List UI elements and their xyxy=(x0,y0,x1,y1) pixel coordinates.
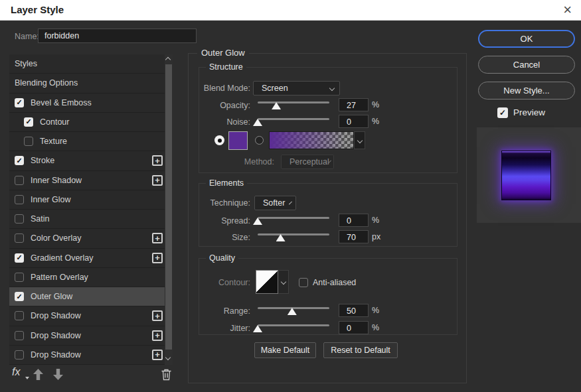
sidebar-item-outer-glow[interactable]: ✓ Outer Glow xyxy=(9,287,165,306)
contour-picker[interactable] xyxy=(256,270,289,294)
opacity-label: Opacity: xyxy=(188,101,250,110)
sidebar-item-satin[interactable]: Satin xyxy=(9,210,165,229)
sidebar-item-drop-shadow-3[interactable]: Drop Shadow + xyxy=(9,346,165,365)
checkbox-unchecked[interactable] xyxy=(24,137,33,146)
range-value[interactable]: 50 xyxy=(339,304,369,317)
gradient-radio-unselected[interactable] xyxy=(255,136,264,145)
sidebar-item-inner-shadow[interactable]: Inner Shadow + xyxy=(9,171,165,190)
contour-dropdown-button[interactable] xyxy=(278,270,289,294)
sidebar-item-drop-shadow-1[interactable]: Drop Shadow + xyxy=(9,306,165,326)
blend-mode-label: Blend Mode: xyxy=(188,84,250,93)
move-effect-down-button[interactable] xyxy=(53,369,63,382)
checkbox-unchecked[interactable] xyxy=(15,350,24,359)
scroll-down-icon[interactable] xyxy=(165,355,171,360)
opacity-value[interactable]: 27 xyxy=(339,98,369,111)
checkbox-checked[interactable]: ✓ xyxy=(15,156,24,165)
range-slider[interactable] xyxy=(258,304,329,315)
chevron-down-icon xyxy=(329,86,335,91)
size-slider[interactable] xyxy=(258,231,329,241)
add-effect-button[interactable]: + xyxy=(152,155,163,166)
sidebar-item-styles[interactable]: Styles xyxy=(9,54,165,74)
sidebar-item-label: Texture xyxy=(40,137,67,146)
technique-select[interactable]: Softer xyxy=(254,196,296,210)
glow-color-swatch[interactable] xyxy=(228,131,248,150)
sidebar-item-texture[interactable]: Texture xyxy=(9,132,165,151)
sidebar-item-label: Drop Shadow xyxy=(31,350,81,359)
gradient-preview-bar[interactable] xyxy=(269,131,354,149)
checkbox-unchecked[interactable] xyxy=(15,233,24,243)
sidebar-item-drop-shadow-2[interactable]: Drop Shadow + xyxy=(9,326,165,346)
gradient-picker-button[interactable] xyxy=(354,131,365,149)
preview-checkbox[interactable]: ✓ xyxy=(497,107,508,118)
technique-label: Technique: xyxy=(188,198,250,208)
add-effect-button[interactable]: + xyxy=(152,350,163,360)
opacity-slider[interactable] xyxy=(258,99,329,109)
jitter-slider[interactable] xyxy=(258,322,329,332)
move-effect-up-button[interactable] xyxy=(33,369,43,382)
noise-value[interactable]: 0 xyxy=(339,115,369,128)
sidebar-item-contour[interactable]: ✓ Contour xyxy=(9,113,165,132)
antialiased-checkbox[interactable] xyxy=(299,278,308,287)
jitter-label: Jitter: xyxy=(188,324,250,333)
delete-effect-button[interactable] xyxy=(161,368,172,383)
chevron-down-icon xyxy=(280,279,286,285)
add-effect-button[interactable]: + xyxy=(152,175,163,186)
noise-slider[interactable] xyxy=(258,115,329,126)
color-radio-selected[interactable] xyxy=(214,135,224,145)
sidebar-item-color-overlay[interactable]: Color Overlay + xyxy=(9,229,165,248)
sidebar-item-label: Inner Shadow xyxy=(31,176,82,185)
sidebar-item-label: Bevel & Emboss xyxy=(31,98,92,107)
sidebar-item-stroke[interactable]: ✓ Stroke + xyxy=(9,151,165,170)
sidebar-item-bevel-emboss[interactable]: ✓ Bevel & Emboss xyxy=(9,94,165,113)
blend-mode-select[interactable]: Screen xyxy=(253,81,340,96)
spread-value[interactable]: 0 xyxy=(339,214,369,227)
checkbox-checked[interactable]: ✓ xyxy=(15,253,24,263)
add-effect-button[interactable]: + xyxy=(152,330,163,341)
add-effect-button[interactable]: + xyxy=(152,310,163,321)
check-icon: ✓ xyxy=(16,254,22,261)
plus-icon: + xyxy=(155,157,160,165)
jitter-value[interactable]: 0 xyxy=(339,321,369,334)
slider-track xyxy=(258,118,329,120)
slider-track xyxy=(258,307,329,309)
sidebar-item-gradient-overlay[interactable]: ✓ Gradient Overlay + xyxy=(9,249,165,268)
chevron-down-icon xyxy=(289,202,292,205)
checkbox-unchecked[interactable] xyxy=(15,176,24,185)
checkbox-checked[interactable]: ✓ xyxy=(15,98,24,107)
add-effect-button[interactable]: + xyxy=(152,233,163,243)
checkbox-unchecked[interactable] xyxy=(15,311,24,320)
sidebar-item-label: Drop Shadow xyxy=(31,331,81,340)
arrow-up-icon xyxy=(33,369,43,380)
cancel-button[interactable]: Cancel xyxy=(478,56,575,74)
layer-style-preview-thumbnail xyxy=(501,151,551,200)
add-effect-button[interactable]: + xyxy=(152,253,163,263)
checkbox-unchecked[interactable] xyxy=(15,273,24,282)
checkbox-unchecked[interactable] xyxy=(15,195,24,204)
spread-slider[interactable] xyxy=(258,214,329,225)
name-input[interactable] xyxy=(38,29,197,43)
reset-to-default-button[interactable]: Reset to Default xyxy=(323,342,398,358)
plus-icon: + xyxy=(155,234,160,243)
styles-list-scrollbar[interactable] xyxy=(165,54,173,365)
sidebar-item-inner-glow[interactable]: Inner Glow xyxy=(9,190,165,210)
close-icon[interactable]: × xyxy=(563,1,572,19)
checkbox-unchecked[interactable] xyxy=(15,214,24,224)
size-value[interactable]: 70 xyxy=(339,230,369,243)
checkbox-checked[interactable]: ✓ xyxy=(15,292,24,301)
method-select[interactable]: Perceptual xyxy=(281,155,334,169)
contour-thumbnail[interactable] xyxy=(256,270,278,294)
noise-unit: % xyxy=(372,117,379,126)
checkbox-unchecked[interactable] xyxy=(15,331,24,340)
fx-menu-button[interactable]: fx xyxy=(12,366,20,378)
ok-button[interactable]: OK xyxy=(478,30,575,48)
new-style-button[interactable]: New Style... xyxy=(478,82,575,99)
noise-label: Noise: xyxy=(188,117,250,127)
sidebar-item-label: Blending Options xyxy=(15,78,78,88)
checkbox-checked[interactable]: ✓ xyxy=(24,117,33,127)
scrollbar-thumb[interactable] xyxy=(165,64,172,350)
scroll-up-icon[interactable] xyxy=(165,57,171,62)
sidebar-item-blending-options[interactable]: Blending Options xyxy=(9,74,165,93)
sidebar-item-label: Color Overlay xyxy=(31,233,81,243)
sidebar-item-pattern-overlay[interactable]: Pattern Overlay xyxy=(9,268,165,287)
make-default-button[interactable]: Make Default xyxy=(254,342,316,358)
